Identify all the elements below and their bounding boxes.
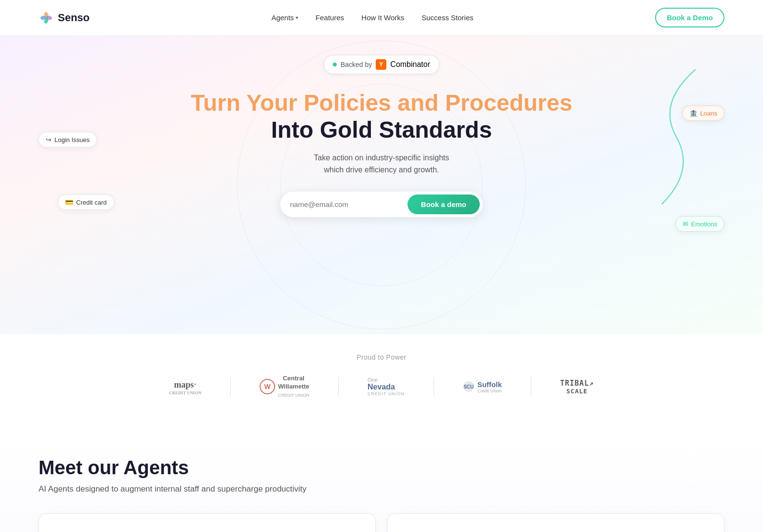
logo-central-willamette: W CentralWillametteCREDIT UNION — [260, 375, 309, 399]
hero-subtext-line2: which drive efficiency and growth. — [324, 166, 439, 174]
floating-badge-credit: 💳 Credit card — [58, 195, 114, 210]
credit-card-icon: 💳 — [65, 198, 73, 206]
hero-book-demo-button[interactable]: Book a demo — [408, 195, 480, 214]
agents-subtitle: AI Agents designed to augment internal s… — [39, 484, 724, 494]
credit-badge-label: Credit card — [76, 199, 107, 206]
logo-suffolk: SCU Suffolk Credit Union — [463, 380, 502, 393]
hero-curved-decoration — [647, 65, 705, 209]
emotions-icon: ✉ — [683, 220, 688, 228]
chevron-down-icon: ▾ — [296, 15, 298, 20]
svg-text:SCU: SCU — [463, 384, 474, 389]
logo[interactable]: Senso — [39, 10, 90, 26]
nav-item-features[interactable]: Features — [316, 13, 344, 22]
hero-subtext-line1: Take action on industry-specific insight… — [314, 154, 449, 162]
nevada-one-label: One — [368, 377, 378, 383]
hero-headline-top: Turn Your Policies and Procedures — [191, 90, 572, 116]
hero-email-form: Book a demo — [280, 192, 483, 217]
logo-divider-3 — [434, 377, 434, 396]
hero-headline: Turn Your Policies and Procedures Into G… — [191, 90, 572, 144]
nav-agents-link[interactable]: Agents — [271, 13, 294, 22]
nav-features-link[interactable]: Features — [316, 13, 344, 22]
nav-item-success-stories[interactable]: Success Stories — [421, 13, 474, 22]
nevada-main: Nevada — [368, 383, 395, 391]
yc-backed-by-text: Backed by — [341, 61, 372, 68]
proud-section: Proud to Power maps· CREDIT UNION W Cent… — [0, 334, 763, 428]
agents-title: Meet our Agents — [39, 457, 724, 479]
logo-one-nevada: One Nevada CREDIT UNION — [368, 377, 405, 396]
hero-headline-bottom: Into Gold Standards — [191, 116, 572, 144]
agent-card-1: Resolution Rate 78% ▲ Wait Time 4 min ▼ — [39, 513, 376, 532]
card1-stats: Resolution Rate 78% ▲ Wait Time 4 min ▼ — [51, 525, 364, 532]
logo-icon — [39, 10, 54, 26]
hero-section: ↪ Login Issues 💳 Credit card 🏦 Loans ✉ E… — [0, 36, 763, 334]
suffolk-text: Suffolk Credit Union — [477, 380, 502, 393]
floating-badge-loans: 🏦 Loans — [682, 105, 724, 121]
yc-logo: Y — [376, 59, 386, 70]
logo-divider-1 — [230, 377, 231, 396]
navbar: Senso Agents ▾ Features How It Works Suc… — [0, 0, 763, 36]
agents-cards: Resolution Rate 78% ▲ Wait Time 4 min ▼ — [39, 513, 724, 532]
hero-email-input[interactable] — [290, 200, 408, 208]
logo-text: Senso — [58, 12, 90, 24]
cw-text: CentralWillametteCREDIT UNION — [278, 375, 309, 399]
nav-book-demo-button[interactable]: Book a Demo — [655, 8, 724, 27]
nav-how-it-works-link[interactable]: How It Works — [361, 13, 404, 22]
login-icon: ↪ — [46, 136, 52, 143]
loans-icon: 🏦 — [689, 109, 697, 117]
logo-divider-2 — [338, 377, 339, 396]
nav-success-stories-link[interactable]: Success Stories — [421, 13, 474, 22]
agents-section: Meet our Agents AI Agents designed to au… — [0, 428, 763, 532]
proud-label: Proud to Power — [10, 353, 753, 361]
hero-subtext: Take action on industry-specific insight… — [314, 152, 449, 176]
logo-divider-4 — [531, 377, 531, 396]
cw-icon: W — [260, 379, 275, 394]
yc-combinator-text: Combinator — [390, 60, 430, 69]
yc-badge: Backed by Y Combinator — [324, 55, 439, 74]
suffolk-inner: SCU Suffolk Credit Union — [463, 380, 502, 393]
hero-circle-outer — [237, 40, 526, 329]
nav-item-agents[interactable]: Agents ▾ — [271, 13, 298, 22]
nav-links: Agents ▾ Features How It Works Success S… — [271, 13, 473, 22]
nav-item-how-it-works[interactable]: How It Works — [361, 13, 404, 22]
logo-maps: maps· CREDIT UNION — [169, 378, 201, 395]
agent-card-2: Response Quality 78% ▲ Wait Time 4 min ▼ — [387, 513, 724, 532]
logos-row: maps· CREDIT UNION W CentralWillametteCR… — [10, 375, 753, 418]
tribal-text: TRIBAL↗ SCALE — [560, 379, 594, 395]
maps-logo-text: maps· CREDIT UNION — [169, 378, 201, 395]
card2-stats: Response Quality 78% ▲ Wait Time 4 min ▼ — [399, 525, 712, 532]
suffolk-icon: SCU — [463, 381, 474, 392]
nevada-sub: CREDIT UNION — [368, 391, 405, 396]
login-badge-label: Login Issues — [54, 136, 90, 143]
floating-badge-emotions: ✉ Emotions — [675, 216, 724, 232]
emotions-badge-label: Emotions — [691, 221, 717, 228]
nevada-text-block: One Nevada CREDIT UNION — [368, 377, 405, 396]
loans-badge-label: Loans — [700, 110, 717, 117]
yc-dot — [333, 63, 337, 66]
floating-badge-login: ↪ Login Issues — [39, 132, 97, 147]
logo-tribal-scale: TRIBAL↗ SCALE — [560, 379, 594, 395]
